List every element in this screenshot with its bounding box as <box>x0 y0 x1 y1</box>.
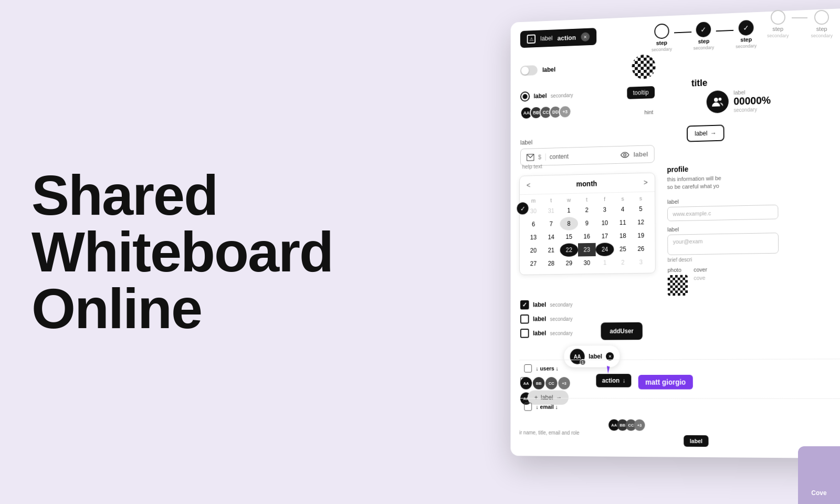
cb-row-1: ✓ label secondary <box>520 300 573 309</box>
cal-day-20[interactable]: 20 <box>524 244 542 257</box>
action-bar-label: label <box>540 35 552 42</box>
cal-day-6[interactable]: 6 <box>524 217 542 231</box>
profile-input-1[interactable]: www.example.c <box>667 205 779 222</box>
step-2: ✓ step secondary <box>693 22 714 51</box>
action-dropdown-label: action <box>602 377 620 384</box>
link-btn[interactable]: label → <box>687 124 724 142</box>
tooltip-text: tooltip <box>633 89 649 96</box>
cal-day-28[interactable]: 28 <box>542 257 560 270</box>
add-user-btn[interactable]: addUser <box>601 322 642 340</box>
dow-s1: s <box>614 195 632 202</box>
cal-day-10[interactable]: 10 <box>596 216 614 230</box>
bottom-labels-right: label <box>684 435 708 447</box>
toggle[interactable] <box>520 65 538 76</box>
cal-day-3-next[interactable]: 3 <box>632 255 650 269</box>
top-right-stepper: step secondary step secondary <box>760 3 840 46</box>
hint: hint <box>644 109 653 116</box>
help-text: help text <box>522 163 542 170</box>
cal-day-25[interactable]: 25 <box>614 243 632 256</box>
bottom-avatar-group: AA BB CC +3 <box>520 377 570 389</box>
svg-point-1 <box>719 98 722 101</box>
cal-next[interactable]: > <box>644 178 648 187</box>
cal-day-7[interactable]: 7 <box>542 217 560 231</box>
step-3: ✓ step secondary <box>736 20 757 49</box>
cal-day-22-start[interactable]: 22 <box>560 243 578 257</box>
cal-day-9[interactable]: 9 <box>578 216 596 230</box>
cal-day-13[interactable]: 13 <box>524 230 542 244</box>
cal-day-16[interactable]: 16 <box>578 230 596 244</box>
cal-day-14[interactable]: 14 <box>542 230 560 244</box>
action-close-icon[interactable]: × <box>581 32 590 41</box>
tooltip: tooltip <box>627 86 655 99</box>
profile-field-2-label: label <box>667 224 779 233</box>
cal-row-4: 20 21 22 23 24 25 26 <box>520 242 655 257</box>
cal-day-4[interactable]: 4 <box>614 203 632 216</box>
cal-day-11[interactable]: 11 <box>614 216 632 229</box>
profile-section: profile this information will beso be ca… <box>667 163 779 296</box>
checker-avatar <box>632 54 655 79</box>
cb-row-2: label secondary <box>520 314 573 323</box>
cal-day-24-end[interactable]: 24 <box>596 243 614 256</box>
cal-day-3[interactable]: 3 <box>596 203 614 217</box>
cal-day-5[interactable]: 5 <box>632 202 650 216</box>
cal-day-30[interactable]: 30 <box>578 256 596 270</box>
cal-day-17[interactable]: 17 <box>596 229 614 243</box>
tr-step-2-circle <box>814 10 829 25</box>
step-3-sub: secondary <box>736 43 757 49</box>
cal-day-2-next[interactable]: 2 <box>614 256 632 269</box>
dow-m: m <box>524 197 542 204</box>
step-1-circle <box>654 24 669 39</box>
step-1-label: step <box>656 39 667 46</box>
checkbox-1[interactable]: ✓ <box>520 300 529 310</box>
cal-day-31-prev[interactable]: 31 <box>542 204 560 218</box>
profile-input-2[interactable]: your@exam <box>667 233 779 255</box>
cal-day-18[interactable]: 18 <box>614 229 632 243</box>
users-col-label: ↓ users ↓ <box>536 365 559 372</box>
cal-day-15[interactable]: 15 <box>560 230 578 244</box>
cal-day-27[interactable]: 27 <box>524 257 542 271</box>
people-icon <box>712 96 723 108</box>
cal-month-label: month <box>530 178 644 189</box>
title-elem: title <box>691 78 708 89</box>
profile-field-1-label: label <box>667 196 778 205</box>
tr-step-1-circle <box>771 10 785 25</box>
email-row: ↓ email ↓ <box>519 398 840 416</box>
step-2-circle: ✓ <box>696 22 711 37</box>
radio-row: label secondary <box>520 90 573 101</box>
toggle-row: label <box>520 65 555 76</box>
b-avatar-more: +3 <box>558 377 570 389</box>
cal-day-8-today[interactable]: 8 <box>560 217 578 230</box>
cal-day-2[interactable]: 2 <box>578 203 596 217</box>
cal-day-29[interactable]: 29 <box>560 257 578 270</box>
cal-day-23-range[interactable]: 23 <box>578 243 596 257</box>
cal-day-26[interactable]: 26 <box>632 242 650 256</box>
avatar-group: AA BB CC DD +3 <box>520 105 572 120</box>
cal-day-21[interactable]: 21 <box>542 244 560 257</box>
step-1-sub: secondary <box>652 47 672 52</box>
cal-day-1[interactable]: 1 <box>560 204 578 217</box>
checkbox-group: ✓ label secondary label secondary label … <box>520 300 573 338</box>
link-btn-arrow: → <box>710 130 717 137</box>
name-badge-text: matt giorgio <box>645 378 686 386</box>
mail-icon <box>527 154 534 161</box>
b-avatar-aa: AA <box>520 377 532 389</box>
cal-day-19[interactable]: 19 <box>632 229 650 243</box>
cal-day-12[interactable]: 12 <box>632 215 650 229</box>
cb-label-3: label <box>533 330 546 337</box>
checkbox-2[interactable] <box>520 314 529 324</box>
svg-point-3 <box>624 153 626 156</box>
cb-sub-1: secondary <box>550 301 573 307</box>
cal-prev[interactable]: < <box>527 181 531 190</box>
headline-line2: Whiteboard Online <box>32 220 333 340</box>
dow-s2: s <box>632 195 650 201</box>
email-checkbox[interactable] <box>524 403 532 411</box>
users-checkbox[interactable] <box>524 364 532 373</box>
dow-w: w <box>560 196 578 203</box>
cal-day-1-next[interactable]: 1 <box>596 256 614 269</box>
tr-step-1-label: step <box>772 26 783 32</box>
stat-avatar <box>707 90 729 113</box>
email-col-label: ↓ email ↓ <box>536 404 558 410</box>
radio-sub: secondary <box>551 92 573 99</box>
checkbox-3[interactable] <box>520 329 529 338</box>
radio[interactable] <box>520 91 530 102</box>
